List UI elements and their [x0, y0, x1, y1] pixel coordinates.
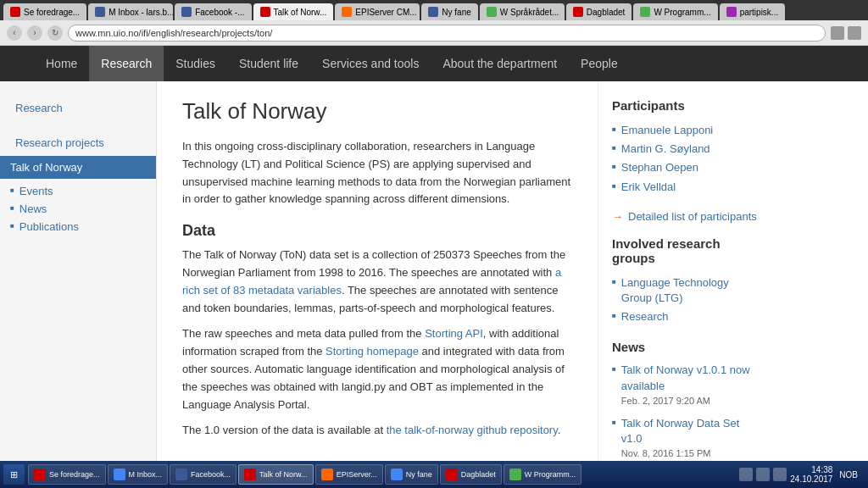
nav-student-life[interactable]: Student life: [227, 46, 310, 81]
taskbar-icon-1: [34, 469, 46, 480]
refresh-button[interactable]: ↻: [47, 25, 63, 41]
tab-favicon-7: [487, 7, 497, 17]
participant-4: Erik Velldal: [612, 178, 762, 197]
nav-studies[interactable]: Studies: [164, 46, 227, 81]
sidebar-active-item: Talk of Norway: [0, 156, 156, 179]
tray-icon-3: [773, 468, 787, 481]
sidebar-publications[interactable]: Publications: [0, 218, 156, 236]
research-link[interactable]: Research: [621, 309, 669, 324]
taskbar-icon-2: [114, 469, 125, 480]
taskbar-item-8[interactable]: W Programm...: [504, 464, 582, 485]
detailed-list-link[interactable]: Detailed list of participants: [612, 210, 762, 223]
tray-time-value: 14:38: [790, 465, 832, 474]
taskbar-item-6[interactable]: Ny fane: [385, 464, 438, 485]
taskbar-label-2: M Inbox...: [129, 470, 163, 479]
taskbar-icon-7: [446, 469, 458, 480]
news-item-2: Talk of Norway Data Set v1.0 Nov. 8, 201…: [612, 416, 762, 458]
address-bar[interactable]: www.mn.uio.no/ifi/english/research/proje…: [68, 25, 826, 42]
tab-favicon-8: [573, 7, 583, 17]
ltg-link[interactable]: Language Technology Group (LTG): [621, 275, 762, 306]
tab-favicon-9: [640, 7, 650, 17]
participant-2-link[interactable]: Martin G. Søyland: [621, 141, 710, 157]
tab-1[interactable]: Se foredrage...: [3, 3, 86, 20]
tab-label-8: Dagbladet: [587, 8, 626, 17]
nav-home[interactable]: Home: [34, 46, 89, 81]
taskbar-icon-6: [391, 469, 403, 480]
taskbar: ⊞ Se foredrage... M Inbox... Facebook...…: [0, 461, 868, 488]
taskbar-icon-5: [321, 469, 333, 480]
taskbar-item-3[interactable]: Facebook...: [170, 464, 236, 485]
taskbar-label-8: W Programm...: [525, 470, 576, 479]
sidebar-news-link[interactable]: News: [19, 202, 47, 215]
news-1-link[interactable]: Talk of Norway v1.0.1 now available: [621, 363, 762, 393]
research-groups-list: Language Technology Group (LTG) Research: [612, 274, 762, 327]
news-1-date: Feb. 2, 2017 9:20 AM: [621, 396, 762, 406]
tab-8[interactable]: Dagbladet: [566, 3, 632, 20]
taskbar-item-2[interactable]: M Inbox...: [108, 464, 169, 485]
start-button[interactable]: ⊞: [3, 464, 25, 485]
back-button[interactable]: ‹: [7, 25, 22, 41]
tab-3[interactable]: Facebook -...: [175, 3, 251, 20]
participant-1-link[interactable]: Emanuele Lapponi: [621, 123, 713, 138]
tab-2[interactable]: M Inbox - lars.b...: [88, 3, 173, 20]
forward-button[interactable]: ›: [27, 25, 42, 41]
taskbar-icon-4: [244, 469, 256, 480]
sidebar-news[interactable]: News: [0, 200, 156, 218]
data-para3-before: The 1.0 version of the data is available…: [182, 424, 387, 436]
tab-5[interactable]: EPIServer CM...: [335, 3, 420, 20]
nav-research[interactable]: Research: [89, 46, 164, 81]
tab-label-2: M Inbox - lars.b...: [108, 8, 173, 17]
sidebar-research-projects-link[interactable]: Research projects: [0, 133, 156, 152]
tray-icon-1: [739, 468, 753, 481]
storting-api-link[interactable]: Storting API: [425, 327, 483, 340]
taskbar-item-5[interactable]: EPIServer...: [315, 464, 383, 485]
participants-list: Emanuele Lapponi Martin G. Søyland Steph…: [612, 121, 762, 197]
sidebar-events[interactable]: Events: [0, 182, 156, 200]
github-repo-link[interactable]: the talk-of-norway github repository: [387, 424, 558, 436]
tab-4[interactable]: Talk of Norw...: [253, 3, 334, 20]
tab-favicon-2: [95, 7, 105, 17]
taskbar-item-4[interactable]: Talk of Norw...: [238, 464, 314, 485]
tab-label-1: Se foredrage...: [24, 8, 80, 17]
nav-services[interactable]: Services and tools: [310, 46, 431, 81]
tab-10[interactable]: partipisk...: [720, 3, 786, 20]
nav-people[interactable]: People: [569, 46, 630, 81]
taskbar-icon-8: [509, 469, 521, 480]
taskbar-item-7[interactable]: Dagbladet: [440, 464, 502, 485]
taskbar-label-1: Se foredrage...: [49, 470, 100, 479]
tab-6[interactable]: Ny fane: [421, 3, 477, 20]
tab-9[interactable]: W Programm...: [633, 3, 717, 20]
tab-7[interactable]: W Språkrådet...: [480, 3, 565, 20]
browser-bar: ‹ › ↻ www.mn.uio.no/ifi/english/research…: [0, 20, 868, 46]
tab-favicon-10: [726, 7, 737, 17]
research-group-1: Language Technology Group (LTG): [612, 274, 762, 308]
tab-favicon-3: [181, 7, 192, 17]
tray-date-value: 24.10.2017: [790, 474, 832, 484]
storting-homepage-link[interactable]: Storting homepage: [326, 345, 419, 358]
tab-label-10: partipisk...: [740, 8, 779, 17]
taskbar-tray: 14:38 24.10.2017 NOB: [736, 465, 865, 484]
tab-label-3: Facebook -...: [195, 8, 244, 17]
news-item-1: Talk of Norway v1.0.1 now available Feb.…: [612, 363, 762, 405]
sidebar-publications-link[interactable]: Publications: [19, 220, 79, 233]
participant-3-link[interactable]: Stephan Oepen: [621, 160, 698, 175]
tray-lang: NOB: [836, 470, 861, 480]
participant-4-link[interactable]: Erik Velldal: [621, 180, 676, 195]
tab-label-9: W Programm...: [654, 8, 710, 17]
participant-2: Martin G. Søyland: [612, 140, 762, 158]
data-para1-before: The Talk of Norway (ToN) data set is a c…: [182, 248, 565, 279]
intro-paragraph: In this ongoing cross-disciplinary colla…: [182, 138, 572, 208]
bookmark-icon[interactable]: [831, 26, 844, 40]
taskbar-item-1[interactable]: Se foredrage...: [28, 464, 106, 485]
sidebar-events-link[interactable]: Events: [19, 185, 53, 197]
news-2-link[interactable]: Talk of Norway Data Set v1.0: [621, 416, 762, 446]
nav-about[interactable]: About the department: [431, 46, 569, 81]
menu-icon[interactable]: [848, 26, 861, 40]
data-paragraph-3: The 1.0 version of the data is available…: [182, 422, 572, 440]
taskbar-label-3: Facebook...: [191, 470, 231, 479]
tab-favicon-4: [260, 7, 270, 17]
participant-3: Stephan Oepen: [612, 158, 762, 177]
sidebar-research-link[interactable]: Research: [8, 98, 147, 118]
main-container: Research Research projects Talk of Norwa…: [0, 81, 868, 488]
participants-heading: Participants: [612, 98, 762, 113]
